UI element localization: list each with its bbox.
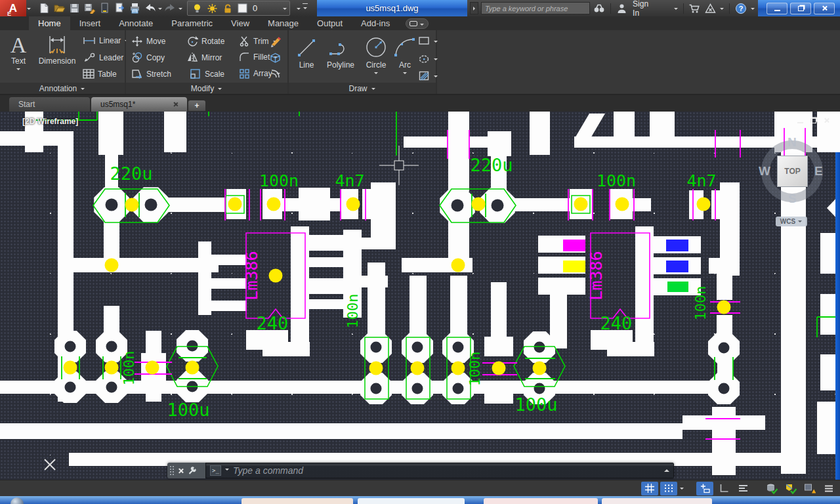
layer-dropdown-icon[interactable] [283, 8, 287, 12]
rotate-button[interactable]: Rotate [186, 35, 224, 47]
taskbar-app-1[interactable] [242, 498, 353, 504]
table-button[interactable]: Table [83, 69, 117, 79]
taskbar-app-3[interactable] [484, 498, 598, 504]
annotation-autoscale-toggle[interactable] [801, 482, 818, 495]
hatch-tool-button[interactable] [419, 71, 438, 81]
help-button[interactable]: ? [735, 1, 747, 15]
viewcube-east[interactable]: E [814, 164, 823, 178]
exchange-apps-button[interactable] [704, 1, 716, 15]
search-expand-button[interactable] [470, 2, 478, 14]
annotation-monitor-toggle[interactable] [734, 482, 751, 495]
redo-button[interactable] [163, 1, 177, 15]
app-menu-button[interactable]: A [0, 0, 26, 16]
file-tab-document[interactable]: us5msq1* [91, 97, 187, 112]
erase-button[interactable] [269, 35, 282, 47]
rectangle-tool-button[interactable] [419, 37, 438, 45]
snap-toggle[interactable] [660, 482, 677, 495]
close-button[interactable] [814, 3, 835, 14]
tab-home[interactable]: Home [29, 16, 70, 30]
arc-button[interactable]: Arc [392, 34, 417, 76]
layer-on-toggle[interactable] [190, 1, 204, 15]
layer-lock-toggle[interactable] [220, 1, 234, 15]
layer-color-swatch[interactable] [236, 1, 249, 15]
undo-button[interactable] [143, 1, 157, 15]
save-as-button[interactable] [83, 1, 96, 15]
redo-dropdown-icon[interactable] [178, 8, 182, 12]
explode-button[interactable] [269, 52, 282, 64]
stretch-button[interactable]: Stretch [131, 68, 171, 79]
line-button[interactable]: Line [293, 34, 320, 70]
taskbar-app-2[interactable] [358, 498, 465, 504]
restore-button[interactable] [790, 3, 811, 14]
command-close-icon[interactable] [178, 468, 184, 474]
copy-button[interactable]: Copy [131, 52, 165, 64]
new-file-button[interactable] [37, 1, 51, 15]
command-line[interactable]: >_ Type a command [167, 463, 674, 478]
search-button[interactable] [593, 1, 605, 15]
leader-button[interactable]: Leader [83, 52, 132, 62]
drag-handle-icon[interactable] [169, 465, 174, 476]
signin-dropdown-icon[interactable] [674, 8, 678, 12]
tab-addins[interactable]: Add-ins [352, 16, 399, 30]
new-drawing-tab-button[interactable]: + [188, 100, 205, 111]
qat-more-icon[interactable] [297, 8, 301, 12]
app-menu-arrow-icon[interactable] [27, 8, 31, 12]
drawing-close-icon[interactable] [824, 117, 830, 123]
command-expand-icon[interactable] [664, 467, 669, 472]
ortho-toggle[interactable] [715, 482, 732, 495]
grid-toggle[interactable] [641, 482, 658, 495]
drawing-canvas[interactable]: 220u100n4n7220u100n4n7Lm386Lm38624024010… [0, 112, 840, 480]
tab-insert[interactable]: Insert [70, 16, 110, 30]
file-tab-start[interactable]: Start [9, 97, 90, 112]
data-link-indicator[interactable] [763, 482, 780, 495]
viewcube-south[interactable]: S [788, 192, 797, 206]
panel-modify-footer[interactable]: Modify [126, 83, 287, 94]
transfer-button[interactable] [98, 1, 112, 15]
tab-parametric[interactable]: Parametric [162, 16, 222, 30]
command-history-icon[interactable] [225, 469, 229, 472]
plot-preview-button[interactable] [113, 1, 127, 15]
help-dropdown-icon[interactable] [751, 8, 755, 12]
wcs-menu[interactable]: WCS [776, 217, 807, 226]
file-tab-close-icon[interactable] [173, 102, 178, 107]
viewport-control-label[interactable]: [2D Wireframe] [22, 117, 78, 126]
command-line-grip[interactable] [167, 463, 205, 478]
annotation-visibility-toggle[interactable] [782, 482, 799, 495]
start-orb-icon[interactable] [10, 497, 24, 504]
circle-button[interactable]: Circle [361, 34, 391, 76]
save-button[interactable] [68, 1, 81, 15]
qat-customize-icon[interactable] [303, 7, 307, 11]
polyline-button[interactable]: Polyline [322, 34, 360, 70]
ribbon-collapse-button[interactable] [406, 18, 429, 29]
print-button[interactable] [128, 1, 142, 15]
layer-freeze-toggle[interactable] [205, 1, 219, 15]
linear-button[interactable]: Linear [83, 36, 129, 45]
search-input[interactable] [481, 2, 590, 14]
tab-output[interactable]: Output [308, 16, 352, 30]
ellipse-tool-button[interactable] [419, 54, 438, 64]
move-button[interactable]: Move [131, 35, 165, 47]
viewcube-north[interactable]: N [788, 135, 797, 150]
open-file-button[interactable] [52, 1, 66, 15]
panel-draw-footer[interactable]: Draw [289, 83, 436, 94]
drawing-restore-icon[interactable] [810, 118, 816, 123]
text-button[interactable]: A Text [4, 33, 33, 72]
viewcube-top-face[interactable]: TOP [778, 156, 807, 186]
drawing-minimize-icon[interactable] [797, 122, 803, 123]
taskbar-app-4[interactable] [602, 498, 712, 504]
tab-manage[interactable]: Manage [259, 16, 308, 30]
scale-button[interactable]: Scale [186, 68, 224, 79]
snap-dropdown-icon[interactable] [680, 488, 684, 492]
viewcube-west[interactable]: W [759, 164, 770, 178]
panel-annotation-footer[interactable]: Annotation [0, 83, 125, 94]
signin-label[interactable]: Sign In [633, 0, 654, 18]
store-button[interactable] [688, 1, 700, 15]
tab-annotate[interactable]: Annotate [110, 16, 162, 30]
command-input[interactable]: >_ Type a command [205, 463, 674, 478]
dimension-button[interactable]: Dimension [34, 34, 80, 66]
minimize-button[interactable] [766, 3, 788, 14]
exchange-dropdown-icon[interactable] [720, 8, 724, 12]
dynamic-input-toggle[interactable] [696, 482, 713, 495]
undo-dropdown-icon[interactable] [158, 8, 162, 12]
tab-view[interactable]: View [222, 16, 259, 30]
